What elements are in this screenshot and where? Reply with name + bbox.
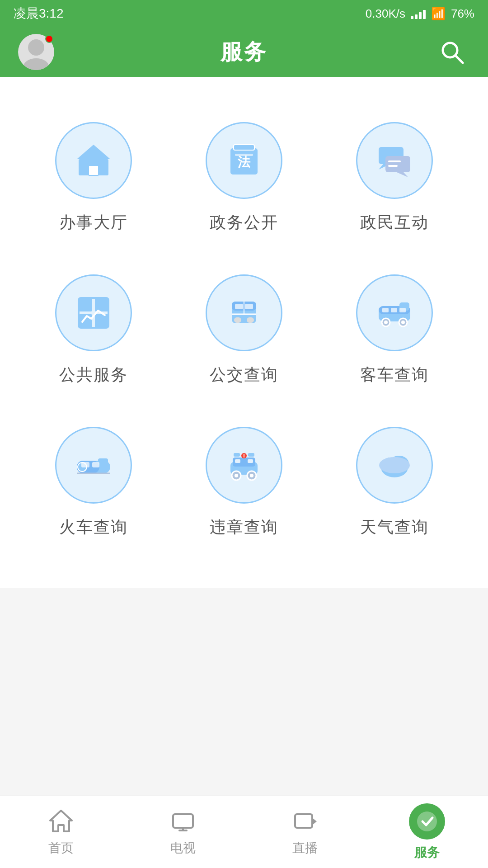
svg-point-1	[23, 58, 49, 70]
svg-point-70	[417, 811, 437, 831]
violation-query-label: 违章查询	[210, 516, 278, 538]
avatar-button[interactable]	[18, 34, 54, 70]
nav-live-label: 直播	[292, 840, 318, 857]
nav-item-live[interactable]: 直播	[244, 808, 366, 857]
svg-line-3	[455, 56, 463, 63]
svg-rect-26	[247, 317, 254, 323]
service-item-gov-interact[interactable]: 政民互动	[319, 104, 470, 256]
svg-rect-68	[295, 814, 312, 828]
service-item-gov-open[interactable]: 法 政务公开	[169, 104, 319, 256]
svg-marker-15	[397, 172, 408, 177]
bottom-navigation: 首页 电视 直播 服务	[0, 796, 488, 868]
services-grid: 办事大厅 法 政务公开	[0, 77, 488, 588]
service-item-weather-query[interactable]: 天气查询	[319, 409, 470, 561]
search-button[interactable]	[434, 34, 470, 70]
svg-point-35	[384, 321, 388, 324]
svg-rect-28	[245, 304, 253, 309]
service-item-office-hall[interactable]: 办事大厅	[18, 104, 169, 256]
svg-point-63	[379, 457, 410, 473]
svg-rect-55	[248, 453, 254, 457]
bus-query-label: 公交查询	[210, 364, 278, 386]
service-item-train-query[interactable]: 火车查询	[18, 409, 169, 561]
svg-rect-54	[234, 453, 240, 457]
train-query-icon	[55, 427, 132, 504]
svg-rect-46	[81, 462, 89, 467]
gov-interact-icon	[356, 122, 433, 199]
nav-tv-label: 电视	[170, 840, 196, 857]
svg-marker-69	[312, 818, 317, 825]
svg-rect-40	[399, 308, 406, 312]
header: 服务	[0, 27, 488, 77]
service-item-violation-query[interactable]: 违章查询	[169, 409, 319, 561]
svg-rect-38	[382, 308, 389, 312]
bus-query-icon	[206, 274, 282, 351]
nav-service-label: 服务	[414, 844, 440, 861]
coach-query-icon	[356, 274, 433, 351]
nav-item-home[interactable]: 首页	[0, 808, 122, 857]
svg-rect-65	[173, 814, 193, 828]
svg-rect-47	[92, 462, 99, 467]
violation-query-icon	[206, 427, 282, 504]
svg-rect-39	[391, 308, 397, 312]
svg-rect-22	[95, 314, 108, 328]
battery-level: 76%	[451, 7, 474, 21]
weather-query-label: 天气查询	[360, 516, 429, 538]
main-content: 办事大厅 法 政务公开	[0, 77, 488, 796]
signal-icon	[411, 8, 426, 19]
status-time: 凌晨3:12	[14, 5, 64, 22]
svg-rect-21	[79, 314, 92, 328]
svg-rect-25	[234, 317, 241, 323]
svg-rect-57	[248, 459, 253, 463]
svg-rect-27	[235, 304, 243, 309]
office-hall-icon	[55, 122, 132, 199]
network-speed: 0.30K/s	[366, 7, 405, 21]
svg-rect-56	[235, 459, 240, 463]
gov-open-icon: 法	[206, 122, 282, 199]
svg-rect-14	[385, 156, 410, 172]
service-active-bg	[409, 803, 445, 840]
svg-rect-9	[234, 145, 254, 150]
notification-badge	[45, 35, 53, 43]
svg-rect-19	[79, 298, 92, 311]
svg-text:法: 法	[238, 155, 251, 169]
public-service-icon	[55, 274, 132, 351]
public-service-label: 公共服务	[59, 364, 128, 386]
gov-interact-label: 政民互动	[360, 212, 429, 234]
svg-rect-44	[98, 458, 108, 466]
coach-query-label: 客车查询	[360, 364, 429, 386]
svg-point-50	[235, 474, 238, 477]
svg-point-37	[401, 321, 405, 324]
service-item-bus-query[interactable]: 公交查询	[169, 256, 319, 409]
svg-rect-20	[95, 298, 108, 311]
svg-rect-6	[89, 165, 99, 175]
svg-marker-64	[50, 811, 72, 831]
service-item-coach-query[interactable]: 客车查询	[319, 256, 470, 409]
nav-home-label: 首页	[48, 840, 74, 857]
status-indicators: 0.30K/s 📶 76%	[366, 7, 474, 21]
service-item-public-service[interactable]: 公共服务	[18, 256, 169, 409]
office-hall-label: 办事大厅	[59, 212, 128, 234]
page-title: 服务	[221, 38, 267, 66]
nav-item-tv[interactable]: 电视	[122, 808, 244, 857]
svg-point-0	[28, 39, 44, 56]
train-query-label: 火车查询	[59, 516, 128, 538]
weather-query-icon	[356, 427, 433, 504]
wifi-icon: 📶	[431, 7, 446, 21]
svg-marker-5	[77, 145, 110, 159]
status-bar: 凌晨3:12 0.30K/s 📶 76%	[0, 0, 488, 27]
svg-rect-11	[235, 154, 253, 156]
gov-open-label: 政务公开	[210, 212, 278, 234]
svg-point-52	[250, 474, 253, 477]
nav-item-service[interactable]: 服务	[366, 803, 488, 861]
